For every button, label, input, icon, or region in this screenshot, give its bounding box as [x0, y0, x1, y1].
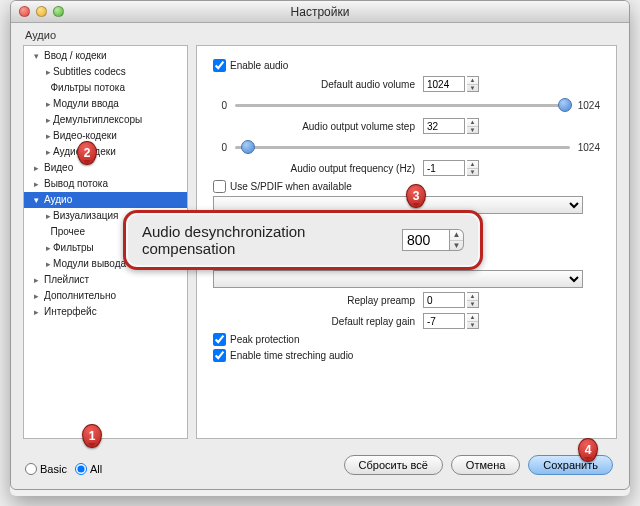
volume-step-stepper[interactable]: ▲▼ — [467, 118, 479, 134]
timestretch-label: Enable time streching audio — [230, 350, 353, 361]
freq-stepper[interactable]: ▲▼ — [467, 160, 479, 176]
tree-stream-filters[interactable]: Фильтры потока — [24, 80, 187, 96]
tree-access-modules[interactable]: ▸Модули ввода — [24, 96, 187, 112]
default-gain-input[interactable] — [423, 313, 465, 329]
window-title: Настройки — [11, 5, 629, 19]
volume-step-input[interactable] — [423, 118, 465, 134]
highlight-desync: Audio desynchronization compensation ▲▼ — [123, 210, 483, 270]
timestretch-checkbox[interactable] — [213, 349, 226, 362]
freq-label: Audio output frequency (Hz) — [213, 163, 423, 174]
replay-preamp-stepper[interactable]: ▲▼ — [467, 292, 479, 308]
tree-demuxers[interactable]: ▸Демультиплексоры — [24, 112, 187, 128]
mode-selector: Basic All — [25, 463, 102, 475]
tree-video-codecs[interactable]: ▸Видео-кодеки — [24, 128, 187, 144]
replay-preamp-input[interactable] — [423, 292, 465, 308]
tree-playlist[interactable]: ▸Плейлист — [24, 272, 187, 288]
tree-advanced[interactable]: ▸Дополнительно — [24, 288, 187, 304]
slider1-max: 1024 — [578, 100, 600, 111]
default-volume-input[interactable] — [423, 76, 465, 92]
enable-audio-checkbox[interactable] — [213, 59, 226, 72]
tree-interface[interactable]: ▸Интерфейс — [24, 304, 187, 320]
enable-audio-label: Enable audio — [230, 60, 288, 71]
combo-2[interactable] — [213, 270, 583, 288]
slider2-max: 1024 — [578, 142, 600, 153]
cancel-button[interactable]: Отмена — [451, 455, 520, 475]
desync-label: Audio desynchronization compensation — [142, 223, 388, 257]
spdif-checkbox[interactable] — [213, 180, 226, 193]
replay-preamp-label: Replay preamp — [213, 295, 423, 306]
default-volume-stepper[interactable]: ▲▼ — [467, 76, 479, 92]
default-volume-label: Default audio volume — [213, 79, 423, 90]
peak-label: Peak protection — [230, 334, 300, 345]
reset-button[interactable]: Сбросить всё — [344, 455, 443, 475]
slider2-min: 0 — [213, 142, 227, 153]
mode-basic[interactable]: Basic — [25, 463, 67, 475]
desync-stepper[interactable]: ▲▼ — [450, 229, 464, 251]
peak-checkbox[interactable] — [213, 333, 226, 346]
tree-audio[interactable]: ▾Аудио — [24, 192, 187, 208]
slider1-min: 0 — [213, 100, 227, 111]
tree-stream-output[interactable]: ▸Вывод потока — [24, 176, 187, 192]
button-bar: Сбросить всё Отмена Сохранить — [344, 455, 613, 475]
volume-step-label: Audio output volume step — [213, 121, 423, 132]
freq-input[interactable] — [423, 160, 465, 176]
section-heading: Аудио — [11, 23, 629, 44]
default-gain-label: Default replay gain — [213, 316, 423, 327]
volume-slider[interactable] — [235, 97, 570, 113]
desync-input[interactable] — [402, 229, 450, 251]
spdif-label: Use S/PDIF when available — [230, 181, 352, 192]
save-button[interactable]: Сохранить — [528, 455, 613, 475]
mode-all[interactable]: All — [75, 463, 102, 475]
tree-input-codecs[interactable]: ▾Ввод / кодеки — [24, 48, 187, 64]
volume-step-slider[interactable] — [235, 139, 570, 155]
tree-audio-codecs[interactable]: ▸Аудио-кодеки — [24, 144, 187, 160]
tree-subtitles-codecs[interactable]: ▸Subtitles codecs — [24, 64, 187, 80]
titlebar: Настройки — [11, 1, 629, 23]
tree-video[interactable]: ▸Видео — [24, 160, 187, 176]
default-gain-stepper[interactable]: ▲▼ — [467, 313, 479, 329]
